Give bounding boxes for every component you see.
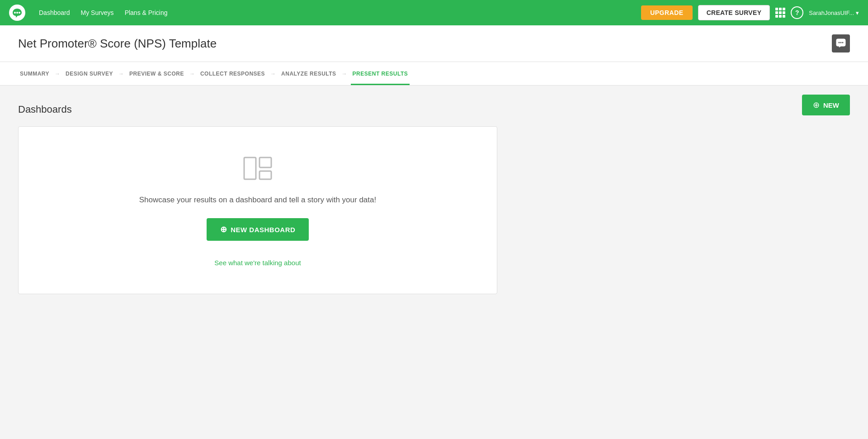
user-name: SarahJonasUIF... [809, 10, 854, 16]
arrow-4: → [270, 71, 276, 77]
dashboard-placeholder-icon [243, 154, 272, 185]
step-analyze[interactable]: ANALYZE RESULTS [279, 62, 338, 85]
step-present[interactable]: PRESENT RESULTS [351, 62, 410, 85]
apps-icon[interactable] [775, 8, 785, 18]
nav-my-surveys[interactable]: My Surveys [81, 9, 114, 16]
step-preview[interactable]: PREVIEW & SCORE [127, 62, 186, 85]
new-button[interactable]: ⊕ NEW [802, 95, 850, 115]
svg-point-5 [839, 42, 840, 43]
arrow-5: → [342, 71, 347, 77]
new-dashboard-button[interactable]: ⊕ NEW DASHBOARD [207, 218, 309, 241]
svg-rect-10 [259, 171, 271, 179]
nav-plans-pricing[interactable]: Plans & Pricing [125, 9, 168, 16]
main-content: ⊕ NEW Dashboards Showcase your results o… [0, 86, 868, 439]
svg-point-2 [16, 12, 18, 14]
arrow-1: → [55, 71, 60, 77]
arrow-2: → [118, 71, 124, 77]
step-design[interactable]: DESIGN SURVEY [64, 62, 115, 85]
svg-rect-9 [259, 157, 271, 167]
svg-point-1 [14, 12, 16, 14]
step-collect[interactable]: COLLECT RESPONSES [198, 62, 267, 85]
nav-links: Dashboard My Surveys Plans & Pricing [39, 9, 627, 16]
svg-point-7 [842, 42, 844, 43]
chat-icon[interactable] [832, 34, 850, 52]
plus-circle-icon: ⊕ [220, 224, 227, 234]
upgrade-button[interactable]: UPGRADE [641, 5, 693, 20]
chevron-down-icon: ▾ [856, 10, 859, 16]
logo[interactable] [9, 5, 25, 21]
nav-dashboard[interactable]: Dashboard [39, 9, 70, 16]
dashboard-description: Showcase your results on a dashboard and… [139, 196, 376, 205]
page-title: Net Promoter® Score (NPS) Template [18, 37, 217, 51]
dashboard-card: Showcase your results on a dashboard and… [18, 126, 497, 294]
user-menu[interactable]: SarahJonasUIF... ▾ [809, 10, 859, 16]
header: Dashboard My Surveys Plans & Pricing UPG… [0, 0, 868, 25]
help-icon[interactable]: ? [791, 6, 803, 19]
page-title-bar: Net Promoter® Score (NPS) Template [0, 25, 868, 62]
create-survey-button[interactable]: CREATE SURVEY [698, 5, 770, 20]
section-title: Dashboards [18, 104, 850, 115]
see-talking-about-link[interactable]: See what we're talking about [214, 259, 301, 267]
header-right: UPGRADE CREATE SURVEY ? SarahJonasUIF...… [641, 5, 859, 20]
arrow-3: → [189, 71, 195, 77]
svg-rect-8 [244, 157, 256, 179]
svg-point-6 [840, 42, 842, 43]
plus-icon: ⊕ [813, 100, 820, 110]
steps-bar: SUMMARY → DESIGN SURVEY → PREVIEW & SCOR… [0, 62, 868, 86]
svg-point-3 [19, 12, 20, 14]
step-summary[interactable]: SUMMARY [18, 62, 51, 85]
